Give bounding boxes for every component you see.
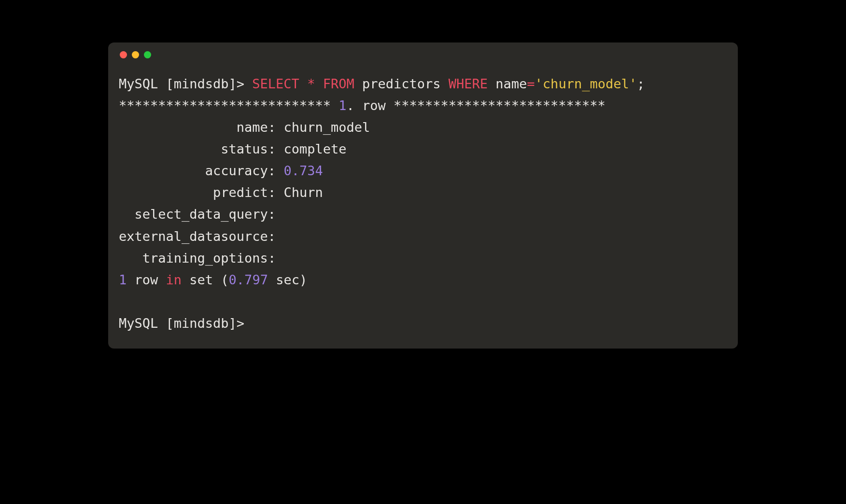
field-value-status: complete [283, 141, 346, 156]
field-label-status: status [221, 141, 268, 156]
mysql-prompt: MySQL [mindsdb]> [119, 76, 252, 91]
field-accuracy: accuracy: 0.734 [119, 160, 727, 182]
window-controls [119, 51, 727, 58]
row-word: row [127, 272, 166, 287]
prompt-line-2: MySQL [mindsdb]> [119, 312, 727, 334]
query-time: 0.797 [229, 272, 268, 287]
row-number: 1 [338, 98, 346, 113]
row-count: 1 [119, 272, 127, 287]
row-word: . row [346, 98, 394, 113]
field-label-accuracy: accuracy [205, 163, 268, 178]
prompt-line-1: MySQL [mindsdb]> SELECT * FROM predictor… [119, 73, 727, 95]
blank-line [119, 291, 727, 312]
field-select-data-query: select_data_query: [119, 203, 727, 225]
field-label-predict: predict [213, 185, 268, 200]
lparen: ( [221, 272, 228, 287]
field-label-to: training_options [142, 251, 268, 266]
close-button[interactable] [120, 51, 127, 58]
field-external-datasource: external_datasource: [119, 225, 727, 247]
terminal-content[interactable]: MySQL [mindsdb]> SELECT * FROM predictor… [119, 73, 727, 334]
mysql-prompt-2: MySQL [mindsdb]> [119, 316, 252, 331]
result-summary: 1 row in set (0.797 sec) [119, 269, 727, 291]
maximize-button[interactable] [144, 51, 151, 58]
where-keyword: WHERE [449, 76, 488, 91]
table-name: predictors [354, 76, 449, 91]
equals-operator: = [527, 76, 535, 91]
minimize-button[interactable] [132, 51, 139, 58]
in-keyword: in [166, 272, 182, 287]
column-name: name [488, 76, 527, 91]
field-label-name: name [237, 120, 268, 135]
field-training-options: training_options: [119, 247, 727, 269]
stars-right: *************************** [394, 98, 606, 113]
field-value-name: churn_model [283, 120, 370, 135]
field-predict: predict: Churn [119, 182, 727, 203]
field-status: status: complete [119, 138, 727, 160]
field-label-eds: external_datasource [119, 229, 268, 244]
sec: sec) [268, 272, 307, 287]
star-operator: * [299, 76, 323, 91]
row-separator: *************************** 1. row *****… [119, 95, 727, 116]
field-value-predict: Churn [283, 185, 323, 200]
field-value-accuracy: 0.734 [283, 163, 323, 178]
set-word: set [182, 272, 221, 287]
semicolon: ; [637, 76, 645, 91]
stars-left: *************************** [119, 98, 338, 113]
terminal-window: MySQL [mindsdb]> SELECT * FROM predictor… [108, 42, 738, 349]
select-keyword: SELECT [252, 76, 299, 91]
string-literal: 'churn_model' [535, 76, 637, 91]
field-name: name: churn_model [119, 116, 727, 138]
from-keyword: FROM [323, 76, 354, 91]
field-label-sdq: select_data_query [135, 207, 268, 222]
